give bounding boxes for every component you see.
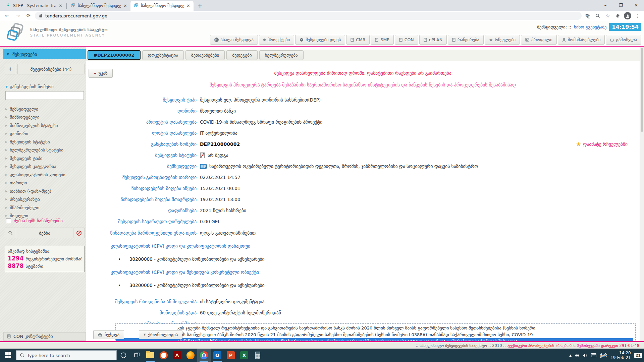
start-button[interactable]: [0, 349, 16, 362]
scrollbar-thumb[interactable]: [641, 48, 643, 132]
page-scrollbar[interactable]: [640, 47, 644, 341]
tab-tender-number[interactable]: #DEP210000002: [88, 50, 141, 60]
notifications-button[interactable]: შეტყობინებები (44): [17, 64, 85, 74]
close-icon[interactable]: ✕: [59, 3, 62, 8]
profile-avatar[interactable]: [624, 12, 631, 19]
menu-projects[interactable]: პროექტები: [259, 35, 294, 45]
menu-new-purchase[interactable]: +ახალი შესყიდვა: [210, 35, 258, 45]
sidebar-con-contracts[interactable]: CON კონტრაქტები: [3, 332, 86, 341]
close-window-button[interactable]: ✕: [629, 0, 644, 10]
cpv-object-link[interactable]: კლასიფიკატორის (CPV) კოდი და შესყიდვის კ…: [111, 269, 640, 276]
close-icon[interactable]: ✕: [186, 3, 190, 8]
taskbar-search[interactable]: Type here to search: [16, 350, 117, 360]
filter-amount-range[interactable]: ▶თანხით (-დან/-მდე): [5, 187, 86, 195]
menu-smp[interactable]: SMP: [371, 35, 393, 45]
clear-search-button[interactable]: [73, 228, 85, 238]
tab-documentation[interactable]: დოკუმენტაცია: [142, 50, 184, 60]
excel-button[interactable]: X: [237, 349, 251, 362]
menu-favorites[interactable]: ★რჩეულები: [485, 35, 520, 45]
menu-ranking[interactable]: რანჟირება: [448, 35, 484, 45]
back-button[interactable]: ◄ უკან: [89, 69, 113, 78]
close-icon[interactable]: ✕: [123, 3, 127, 8]
menu-users[interactable]: მომხმარებლები: [558, 35, 605, 45]
notification-count-badge[interactable]: 21: [634, 353, 642, 358]
tray-expand-icon[interactable]: ▲: [569, 354, 572, 357]
file-explorer-button[interactable]: [144, 349, 157, 362]
menu-purchases-today[interactable]: შესყიდვები დღეს: [295, 35, 345, 45]
filter-date[interactable]: ▶თარიღი: [5, 179, 86, 187]
menu-con[interactable]: CON: [395, 35, 418, 45]
power-icon: [610, 38, 614, 42]
taskbar-clock[interactable]: 14:20 19-Feb-21: [610, 351, 631, 360]
stats-guests: 8878სტუმარი: [8, 262, 82, 269]
chevron-down-icon: ▼: [5, 85, 8, 88]
browser-tab-spa-1[interactable]: სახელმწიფო შესყიდვების ს ✕: [67, 1, 130, 11]
filter-supplier[interactable]: ▶მიმწოდებელი: [5, 113, 86, 122]
refresh-icon[interactable]: ⟳: [24, 11, 33, 20]
star-icon: ★: [576, 142, 581, 147]
firefox-button[interactable]: [184, 349, 197, 362]
task-view-button[interactable]: [130, 349, 144, 362]
filter-supplier-status[interactable]: ▶მიმწოდებლის სტატუსი: [5, 121, 86, 130]
touch-keyboard-icon[interactable]: [591, 353, 596, 357]
filter-pricelist[interactable]: ▶პრეისკურანტი: [5, 195, 86, 204]
tab-contract[interactable]: ხელშეკრულება: [259, 50, 304, 60]
filter-purchase-type[interactable]: ▶შესყიდვის ტიპი: [5, 154, 86, 163]
calculator-button[interactable]: [251, 349, 264, 362]
zoom-icon[interactable]: [594, 13, 602, 18]
add-to-favorites-link[interactable]: ★ დაამატე რჩეულებში: [576, 141, 628, 147]
filter-purchase-category[interactable]: ▶შესყიდვის კატეგორია: [5, 163, 86, 171]
translate-icon[interactable]: Aჩ: [584, 13, 592, 18]
filter-purchase-status[interactable]: ▶შესყიდვის სტატუსი: [5, 138, 86, 146]
printer-icon: [98, 333, 102, 337]
chronology-button[interactable]: ▼ ქრონოლოგია: [139, 330, 182, 339]
sort-toggle-button[interactable]: ▲▼: [5, 64, 16, 74]
back-icon[interactable]: ←: [3, 11, 11, 20]
app-orange-button[interactable]: [157, 349, 170, 362]
filter-donor[interactable]: ▶დონორი: [5, 130, 86, 138]
agency-favicon: [71, 3, 75, 8]
chrome-button[interactable]: [197, 349, 211, 362]
minimize-button[interactable]: –: [598, 0, 613, 10]
print-button[interactable]: ბეჭდვა: [93, 330, 124, 339]
sidebar-header-purchases[interactable]: ▼ შესყიდვები: [3, 49, 86, 59]
language-indicator[interactable]: ქარ: [600, 353, 607, 358]
tab-offers[interactable]: შეთავაზებები: [185, 50, 225, 60]
new-tab-button[interactable]: +: [196, 1, 204, 10]
filter-contract-status[interactable]: ▶ხელშეკრულების სტატუსი: [5, 146, 86, 155]
search-button[interactable]: ძებნა: [16, 228, 73, 238]
footer-support-text: ტექნიკური პრობლემების არსებობის შემთხვევ…: [507, 343, 639, 348]
outlook-button[interactable]: O: [211, 349, 224, 362]
filter-buyer[interactable]: ▶შემსყიდველი: [5, 105, 86, 113]
menu-eplan[interactable]: ePLAN: [419, 35, 447, 45]
additional-info-text[interactable]: კის ჯგუფში შემავალ რეკონსტრუქციისა და გა…: [115, 323, 636, 341]
menu-profile[interactable]: პროფილი: [521, 35, 557, 45]
acrobat-button[interactable]: A: [170, 349, 184, 362]
filter-classifier-codes[interactable]: ▶კლასიფიკატორის კოდები: [5, 171, 86, 179]
menu-logout[interactable]: გამოსვლა: [606, 35, 641, 45]
cpv-division-link[interactable]: კლასიფიკატორის (CPV) კოდი და კლასიფიკატო…: [111, 243, 640, 249]
outlook-icon: O: [213, 351, 221, 359]
browser-menu-icon[interactable]: ⋮: [633, 13, 641, 18]
browser-tab-spa-2-active[interactable]: სახელმწიფო შესყიდვების ს ✕: [130, 1, 194, 11]
forward-icon[interactable]: →: [13, 11, 22, 20]
bookmark-star-icon[interactable]: ☆: [604, 13, 612, 18]
my-records-checkbox[interactable]: [6, 218, 11, 223]
announcement-number-input[interactable]: [5, 91, 84, 100]
user-line: შემსყიდველი: :: ნინო გვენეტაძე 14:19:54: [537, 23, 641, 31]
search-icon-cell[interactable]: [5, 228, 16, 238]
maximize-button[interactable]: ❐: [613, 0, 629, 10]
filter-manufacturer[interactable]: ▶მწარმოებელი: [5, 203, 86, 212]
powerpoint-button[interactable]: P: [224, 349, 237, 362]
browser-tab-step[interactable]: STEP - Systematic tracking of exc ✕: [3, 1, 66, 11]
cortana-button[interactable]: [117, 349, 130, 362]
extensions-icon[interactable]: [614, 13, 622, 18]
url-bar[interactable]: tenders.procurement.gov.ge: [35, 12, 582, 20]
volume-icon[interactable]: [583, 353, 588, 358]
menu-cmr[interactable]: CMR: [346, 35, 370, 45]
filter-group-header[interactable]: ▼ განცხადების ნომერი: [5, 84, 84, 89]
field-delivery-term: მოწოდების ვადა 60 დღე კონტრაქტის ხელმოწე…: [86, 310, 640, 316]
tray-asterisk-icon[interactable]: [575, 353, 579, 358]
tab-results[interactable]: შედეგები: [226, 50, 257, 60]
user-name-link[interactable]: ნინო გვენეტაძე: [574, 24, 606, 29]
